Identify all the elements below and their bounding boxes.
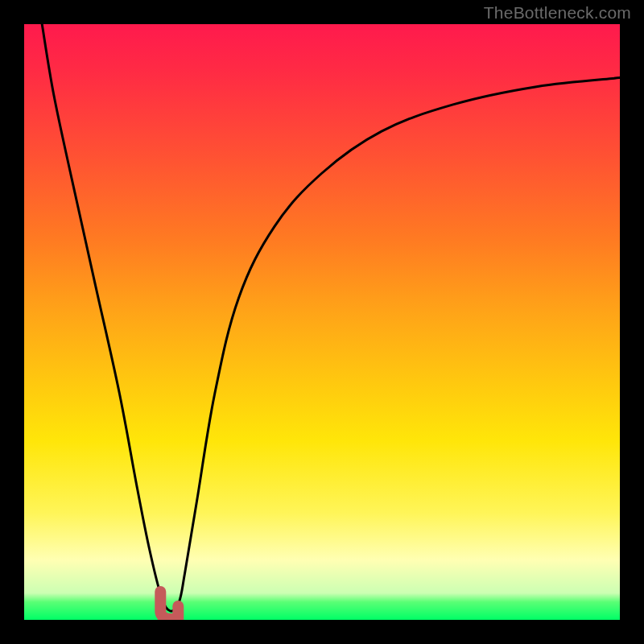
watermark-text: TheBottleneck.com — [484, 3, 631, 23]
chart-frame: TheBottleneck.com — [0, 0, 644, 644]
curve-path — [42, 24, 620, 611]
plot-area — [24, 24, 620, 620]
bottleneck-curve — [24, 24, 620, 620]
notch-marker-icon — [160, 592, 178, 619]
